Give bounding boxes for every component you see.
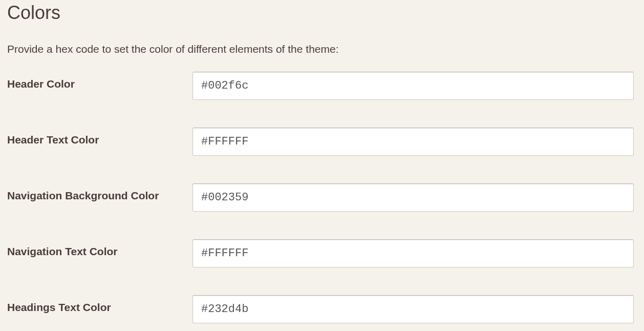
- label-header-text-color: Header Text Color: [7, 128, 192, 146]
- input-header-text-color[interactable]: [192, 128, 634, 156]
- field-row-headings-text-color: Headings Text Color: [7, 295, 637, 323]
- field-row-header-color: Header Color: [7, 72, 637, 100]
- section-title: Colors: [7, 2, 637, 24]
- input-header-color[interactable]: [192, 72, 634, 100]
- field-row-navigation-text-color: Navigation Text Color: [7, 239, 637, 267]
- input-navigation-background-color[interactable]: [192, 183, 634, 212]
- label-navigation-text-color: Navigation Text Color: [7, 239, 192, 258]
- label-header-color: Header Color: [7, 72, 192, 90]
- input-headings-text-color[interactable]: [192, 295, 634, 323]
- field-row-navigation-background-color: Navigation Background Color: [7, 183, 637, 212]
- label-navigation-background-color: Navigation Background Color: [7, 183, 192, 202]
- field-row-header-text-color: Header Text Color: [7, 128, 637, 156]
- colors-settings-section: Colors Provide a hex code to set the col…: [0, 2, 644, 323]
- input-navigation-text-color[interactable]: [192, 239, 634, 267]
- section-description: Provide a hex code to set the color of d…: [7, 43, 637, 55]
- label-headings-text-color: Headings Text Color: [7, 295, 192, 314]
